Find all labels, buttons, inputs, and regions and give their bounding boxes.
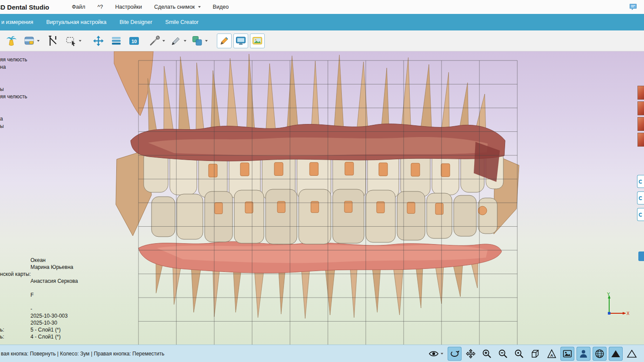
edit-pencil-icon bbox=[219, 35, 230, 47]
menu-settings[interactable]: Настройки bbox=[109, 4, 148, 10]
patient-button[interactable] bbox=[577, 347, 590, 361]
chevron-down-icon bbox=[198, 6, 201, 8]
layer-label[interactable]: яя челюсть bbox=[0, 57, 27, 63]
move-icon bbox=[93, 35, 104, 47]
menu-items: Файл ^? Настройки Сделать снимок Видео bbox=[66, 4, 235, 10]
right-panel-button[interactable] bbox=[637, 175, 644, 188]
patient-info-row bbox=[0, 285, 78, 292]
database-icon bbox=[24, 35, 35, 47]
pan-icon bbox=[465, 349, 476, 359]
tab-bite-designer[interactable]: Bite Designer bbox=[113, 19, 159, 25]
triangle-outline-icon bbox=[627, 349, 637, 359]
menu-video[interactable]: Видео bbox=[207, 4, 235, 10]
measure-button[interactable]: A bbox=[544, 347, 558, 361]
main-toolbar: 10 bbox=[0, 30, 644, 51]
svg-text:A: A bbox=[550, 353, 553, 358]
rotate-icon bbox=[449, 349, 460, 359]
image-icon bbox=[252, 35, 263, 47]
right-panel-thumbnail[interactable] bbox=[637, 133, 644, 147]
triangle-outline-button[interactable] bbox=[625, 347, 639, 361]
layer-label[interactable]: ы bbox=[0, 123, 4, 129]
tools-button[interactable] bbox=[148, 34, 162, 48]
svg-text:10: 10 bbox=[131, 38, 137, 44]
shapes-button[interactable] bbox=[190, 34, 204, 48]
scale-icon: 10 bbox=[128, 35, 140, 47]
chat-icon bbox=[628, 3, 638, 11]
pen-button[interactable] bbox=[169, 34, 183, 48]
scale-button[interactable]: 10 bbox=[127, 34, 141, 48]
caliper-icon bbox=[47, 35, 59, 47]
globe-icon bbox=[594, 349, 605, 359]
layer-label[interactable]: яя челюсть bbox=[0, 94, 27, 100]
move-button[interactable] bbox=[91, 34, 105, 48]
globe-button[interactable] bbox=[593, 347, 607, 361]
selection-button[interactable] bbox=[64, 34, 78, 48]
patient-info-row: нской карты: bbox=[0, 271, 78, 278]
patient-info-row: 2025-10-30 bbox=[0, 319, 78, 326]
eye-icon bbox=[428, 349, 439, 359]
view-toolbar: A bbox=[426, 347, 644, 361]
layers-button[interactable] bbox=[109, 34, 123, 48]
layers-icon bbox=[111, 35, 122, 47]
triangle-filled-button[interactable] bbox=[609, 347, 623, 361]
edit-button[interactable] bbox=[217, 34, 232, 48]
patient-info-row: F bbox=[0, 292, 78, 298]
tool-glyph-icon bbox=[639, 213, 643, 217]
tab-virtual-setup[interactable]: Виртуальная настройка bbox=[40, 19, 113, 25]
tool-glyph-icon bbox=[639, 180, 643, 184]
zoom-out-button[interactable] bbox=[496, 347, 510, 361]
layer-label[interactable]: а bbox=[0, 116, 3, 122]
menu-snapshot[interactable]: Сделать снимок bbox=[148, 4, 207, 10]
patient-info-row bbox=[0, 298, 78, 305]
viewport-3d[interactable]: яя челюсть на ы яя челюсть а ы Океан Мар… bbox=[0, 51, 644, 345]
tab-inspection-measurements[interactable]: и измерения bbox=[0, 19, 40, 25]
menu-file[interactable]: Файл bbox=[66, 4, 91, 10]
patient-info-row: 2025-10-30-003 bbox=[0, 312, 78, 319]
palm-tree-button[interactable] bbox=[4, 34, 18, 48]
right-panel-thumbnail[interactable] bbox=[637, 117, 644, 131]
person-icon bbox=[578, 349, 589, 359]
chat-button[interactable] bbox=[627, 2, 639, 12]
axis-x-label: X bbox=[627, 311, 629, 316]
menu-help[interactable]: ^? bbox=[91, 4, 109, 10]
axis-gizmo: Y X bbox=[601, 292, 629, 319]
layer-label[interactable]: ы bbox=[0, 86, 4, 92]
cube-icon bbox=[530, 349, 540, 359]
patient-info-row: ь:4 - Слой1 (*) bbox=[0, 333, 78, 340]
chevron-down-icon bbox=[162, 40, 165, 42]
tool-glyph-icon bbox=[639, 196, 643, 200]
pen-icon bbox=[170, 35, 182, 47]
pan-button[interactable] bbox=[464, 347, 478, 361]
screenshot-button[interactable] bbox=[250, 34, 265, 48]
shapes-icon bbox=[192, 35, 203, 47]
measure-triangle-icon: A bbox=[546, 349, 556, 359]
right-panel-thumbnail[interactable] bbox=[637, 101, 644, 115]
patient-info-row: Марина Юрьевна bbox=[0, 264, 78, 271]
texture-button[interactable] bbox=[560, 347, 574, 361]
measurement-grid bbox=[0, 51, 644, 345]
tab-smile-creator[interactable]: Smile Creator bbox=[159, 19, 205, 25]
rotate-button[interactable] bbox=[448, 347, 462, 361]
patient-info-row: Океан bbox=[0, 257, 78, 264]
cube-button[interactable] bbox=[528, 347, 542, 361]
layer-label[interactable]: на bbox=[0, 64, 6, 70]
right-panel-thumbnail[interactable] bbox=[637, 86, 644, 100]
right-panel-blue-button[interactable] bbox=[638, 251, 644, 261]
zoom-out-icon bbox=[498, 349, 508, 359]
monitor-button[interactable] bbox=[233, 34, 248, 48]
right-panel-button[interactable] bbox=[637, 208, 644, 221]
patient-info-row: Анастасия Серкова bbox=[0, 278, 78, 285]
visibility-button[interactable] bbox=[426, 347, 445, 361]
chevron-down-icon bbox=[205, 40, 208, 42]
patient-info-row: ь:5 - Слой1 (*) bbox=[0, 326, 78, 333]
chevron-down-icon bbox=[441, 353, 443, 355]
database-button[interactable] bbox=[22, 34, 36, 48]
patient-info-block: Океан Марина Юрьевна нской карты: Анаста… bbox=[0, 257, 78, 340]
chevron-down-icon bbox=[37, 40, 40, 42]
palm-tree-icon bbox=[6, 35, 17, 47]
triangle-filled-icon bbox=[610, 349, 621, 359]
right-panel-button[interactable] bbox=[637, 191, 644, 204]
caliper-button[interactable] bbox=[46, 34, 60, 48]
zoom-in-button[interactable] bbox=[480, 347, 494, 361]
zoom-target-button[interactable] bbox=[512, 347, 526, 361]
